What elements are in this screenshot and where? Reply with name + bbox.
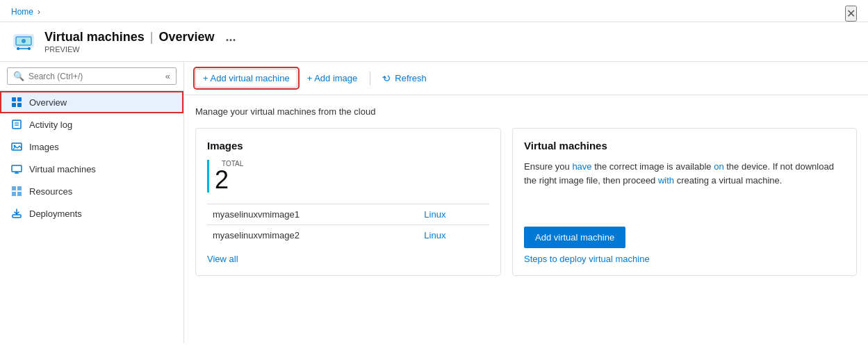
page-title-main: Virtual machines xyxy=(44,30,145,44)
svg-rect-10 xyxy=(17,97,22,101)
title-divider: | xyxy=(150,30,154,44)
header-title-block: Virtual machines | Overview ... PREVIEW xyxy=(44,30,236,54)
image-name-2: myaselinuxvmimage2 xyxy=(207,225,418,246)
collapse-sidebar-button[interactable]: « xyxy=(165,71,170,81)
sidebar-item-activity-log[interactable]: Activity log xyxy=(0,113,183,136)
search-bar: 🔍 « xyxy=(0,62,183,91)
sidebar-item-label: Virtual machines xyxy=(29,164,96,174)
preview-badge: PREVIEW xyxy=(44,45,236,54)
svg-rect-24 xyxy=(17,192,22,196)
add-image-button[interactable]: + Add image xyxy=(300,70,365,87)
home-link[interactable]: Home xyxy=(11,7,33,17)
breadcrumb-chevron: › xyxy=(38,7,40,17)
deployments-icon xyxy=(11,208,22,219)
desc-highlight-2: on xyxy=(714,161,723,172)
resources-icon xyxy=(11,186,22,197)
refresh-icon: ↻ xyxy=(381,72,393,85)
breadcrumb: Home › xyxy=(11,7,40,21)
svg-rect-11 xyxy=(12,103,16,107)
desc-highlight-1: have xyxy=(572,161,591,172)
refresh-button[interactable]: ↻ Refresh xyxy=(376,70,434,88)
image-type-2: Linux xyxy=(418,225,489,246)
images-count-number: 2 xyxy=(215,168,489,193)
table-row: myaselinuxvmimage2 Linux xyxy=(207,225,489,246)
svg-rect-23 xyxy=(12,192,16,196)
view-all-link[interactable]: View all xyxy=(207,254,238,264)
search-wrap[interactable]: 🔍 « xyxy=(7,67,177,85)
refresh-label: Refresh xyxy=(395,73,427,83)
main-layout: 🔍 « Overview xyxy=(0,62,868,343)
overview-icon xyxy=(11,97,22,108)
svg-rect-18 xyxy=(12,165,22,172)
page-header: Virtual machines | Overview ... PREVIEW xyxy=(0,22,868,62)
search-icon: 🔍 xyxy=(13,71,24,81)
toolbar-separator xyxy=(370,72,370,85)
sidebar-item-label: Activity log xyxy=(29,120,72,130)
top-bar: Home › ✕ xyxy=(0,0,868,22)
vm-card-description: Ensure you have the correct image is ava… xyxy=(524,160,845,187)
images-total-count: Total 2 xyxy=(207,160,489,193)
content-area: + Add virtual machine + Add image ↻ Refr… xyxy=(184,62,868,343)
images-card-title: Images xyxy=(207,140,489,152)
sidebar-item-label: Overview xyxy=(29,97,67,108)
virtual-machines-icon xyxy=(11,163,22,174)
total-label: Total xyxy=(215,160,489,168)
svg-rect-21 xyxy=(12,186,16,190)
table-row: myaselinuxvmimage1 Linux xyxy=(207,204,489,225)
images-icon xyxy=(11,141,22,152)
add-virtual-machine-card-button[interactable]: Add virtual machine xyxy=(524,227,625,248)
svg-rect-25 xyxy=(13,215,21,218)
add-virtual-machine-button[interactable]: + Add virtual machine xyxy=(195,69,297,88)
sidebar-item-images[interactable]: Images xyxy=(0,136,183,158)
svg-rect-9 xyxy=(12,97,16,101)
sidebar-item-virtual-machines[interactable]: Virtual machines xyxy=(0,158,183,180)
activity-log-icon xyxy=(11,119,22,130)
close-button[interactable]: ✕ xyxy=(845,6,857,22)
desc-highlight-3: with xyxy=(658,175,674,186)
deploy-link[interactable]: Steps to deploy virtual machine xyxy=(524,254,650,264)
more-options-button[interactable]: ... xyxy=(225,30,236,44)
sidebar-item-resources[interactable]: Resources xyxy=(0,180,183,202)
sidebar-item-label: Images xyxy=(29,142,59,152)
sidebar: 🔍 « Overview xyxy=(0,62,184,343)
vm-card-actions: Add virtual machine Steps to deploy virt… xyxy=(524,227,845,264)
vm-card-title: Virtual machines xyxy=(524,140,845,152)
cards-row: Images Total 2 myaselinuxvmimage1 Linux xyxy=(195,128,857,276)
svg-rect-22 xyxy=(17,186,22,190)
image-name-1: myaselinuxvmimage1 xyxy=(207,204,418,225)
search-input[interactable] xyxy=(28,72,161,81)
vm-header-icon xyxy=(11,29,36,54)
images-card: Images Total 2 myaselinuxvmimage1 Linux xyxy=(195,128,501,276)
page-title-sub: Overview xyxy=(158,30,214,44)
sidebar-item-label: Deployments xyxy=(29,209,82,219)
content-subtitle: Manage your virtual machines from the cl… xyxy=(195,106,857,117)
image-type-1: Linux xyxy=(418,204,489,225)
sidebar-item-overview[interactable]: Overview xyxy=(0,91,183,113)
svg-rect-12 xyxy=(17,103,22,107)
toolbar: + Add virtual machine + Add image ↻ Refr… xyxy=(184,62,868,95)
sidebar-item-label: Resources xyxy=(29,186,72,197)
content-body: Manage your virtual machines from the cl… xyxy=(184,95,868,287)
sidebar-item-deployments[interactable]: Deployments xyxy=(0,202,183,225)
images-table: myaselinuxvmimage1 Linux myaselinuxvmima… xyxy=(207,204,489,245)
svg-rect-13 xyxy=(13,120,21,129)
svg-point-8 xyxy=(22,39,26,43)
vm-card: Virtual machines Ensure you have the cor… xyxy=(512,128,857,276)
